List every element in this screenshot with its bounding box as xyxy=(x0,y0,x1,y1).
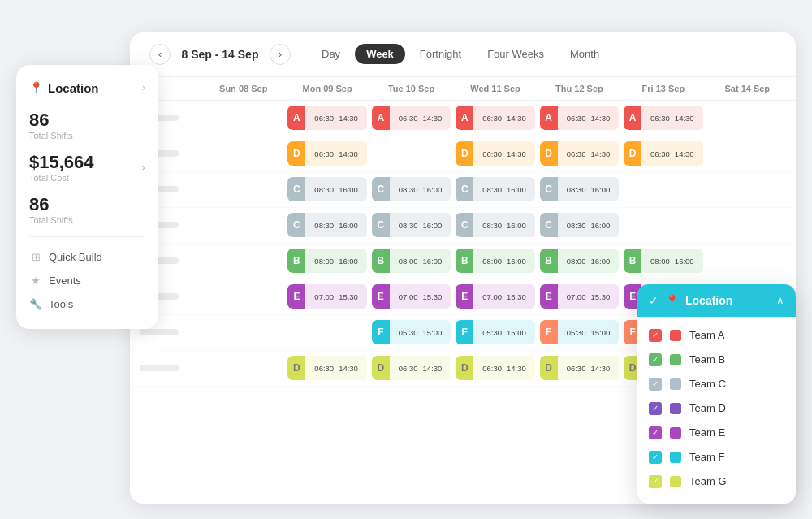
team-color-dot-0 xyxy=(670,330,681,341)
shift-cell xyxy=(201,259,285,262)
shift-cell[interactable]: A 06:3014:30 xyxy=(369,104,453,132)
shift-cell[interactable]: D 06:3014:30 xyxy=(285,140,369,167)
total-cost-label: Total Cost xyxy=(29,173,94,183)
shift-cell[interactable]: E 07:0015:30 xyxy=(538,283,621,310)
shift-cell xyxy=(201,331,285,334)
shift-cell[interactable]: D 06:3014:30 xyxy=(538,354,621,382)
team-checkbox-1[interactable]: ✓ xyxy=(649,353,662,366)
events-item[interactable]: ★ Events xyxy=(29,269,145,292)
shift-cell[interactable]: D 06:3014:30 xyxy=(538,140,621,167)
location-icon: 📍 xyxy=(29,81,43,94)
dropdown-team-item[interactable]: ✓ Team B xyxy=(649,348,784,372)
tab-four-weeks[interactable]: Four Weeks xyxy=(476,44,555,64)
day-header-thu: Thu 12 Sep xyxy=(538,77,621,100)
quick-build-item[interactable]: ⊞ Quick Build xyxy=(29,245,145,269)
dropdown-team-item[interactable]: ✓ Team G xyxy=(649,469,784,494)
shift-cell[interactable]: E 07:0015:30 xyxy=(453,283,537,310)
shift-cell[interactable]: B 08:0016:00 xyxy=(285,247,369,275)
day-headers: Sun 08 Sep Mon 09 Sep Tue 10 Sep Wed 11 … xyxy=(130,77,796,101)
team-label-3: Team D xyxy=(689,402,726,414)
shift-cell[interactable]: C 08:3016:00 xyxy=(285,175,369,203)
day-header-fri: Fri 13 Sep xyxy=(621,77,705,100)
shift-cell[interactable]: A 06:3014:30 xyxy=(621,104,705,132)
scheduler-header: ‹ 8 Sep - 14 Sep › Day Week Fortnight Fo… xyxy=(130,32,796,77)
shift-cell[interactable]: C 08:3016:00 xyxy=(538,211,621,239)
sidebar-stat-3: 86 Total Shifts xyxy=(29,194,145,225)
shift-cell[interactable]: F 05:3015:00 xyxy=(369,318,453,346)
shift-cell[interactable]: C 08:3016:00 xyxy=(285,211,369,239)
dropdown-team-item[interactable]: ✓ Team A xyxy=(649,323,784,348)
shift-cell[interactable]: B 08:0016:00 xyxy=(369,247,453,275)
tools-item[interactable]: 🔧 Tools xyxy=(29,292,145,316)
tab-fortnight[interactable]: Fortnight xyxy=(408,44,473,64)
shift-cell xyxy=(621,223,705,227)
team-checkbox-5[interactable]: ✓ xyxy=(649,451,662,464)
sidebar-card: 📍 Location › 86 Total Shifts $15,664 Tot… xyxy=(16,65,158,329)
view-tabs: Day Week Fortnight Four Weeks Month xyxy=(310,44,611,64)
shift-cell[interactable]: F 05:3015:00 xyxy=(453,318,537,346)
team-checkbox-6[interactable]: ✓ xyxy=(649,475,662,488)
shift-cell[interactable]: D 06:3014:30 xyxy=(285,354,369,382)
shift-cell[interactable]: A 06:3014:30 xyxy=(538,104,621,132)
tools-label: Tools xyxy=(49,298,73,310)
dropdown-body: ✓ Team A ✓ Team B ✓ Team C ✓ Team D ✓ Te… xyxy=(637,317,796,504)
tab-day[interactable]: Day xyxy=(310,44,352,64)
shift-cell[interactable]: B 08:0016:00 xyxy=(453,247,537,275)
shift-cell xyxy=(706,259,789,262)
team-color-dot-4 xyxy=(670,427,681,439)
team-label-2: Team C xyxy=(689,378,726,390)
shift-cell[interactable]: D 06:3014:30 xyxy=(453,354,537,382)
team-checkbox-0[interactable]: ✓ xyxy=(649,329,662,342)
shift-cell[interactable]: A 06:3014:30 xyxy=(285,104,369,132)
shift-cell[interactable]: C 08:3016:00 xyxy=(538,175,621,203)
sidebar-location[interactable]: 📍 Location › xyxy=(29,81,145,95)
events-label: Events xyxy=(49,275,81,287)
dropdown-header[interactable]: ✓ 📍 Location ∧ xyxy=(637,284,796,317)
shift-cell[interactable]: D 06:3014:30 xyxy=(621,140,705,167)
shift-cell xyxy=(201,188,285,191)
shift-cell[interactable]: A 06:3014:30 xyxy=(453,104,537,132)
location-label: Location xyxy=(48,81,99,95)
shift-cell xyxy=(706,223,789,227)
dropdown-team-item[interactable]: ✓ Team F xyxy=(649,445,784,469)
dropdown-team-item[interactable]: ✓ Team C xyxy=(649,372,784,396)
team-checkbox-2[interactable]: ✓ xyxy=(649,378,662,391)
prev-button[interactable]: ‹ xyxy=(149,44,171,65)
shift-cell[interactable]: F 05:3015:00 xyxy=(538,318,621,346)
shift-cell[interactable]: C 08:3016:00 xyxy=(453,175,537,203)
shift-cell[interactable]: C 08:3016:00 xyxy=(369,211,453,239)
team-label-5: Team F xyxy=(689,451,724,463)
dropdown-header-left: ✓ 📍 Location xyxy=(649,294,732,307)
team-label-0: Team A xyxy=(689,329,724,341)
tab-week[interactable]: Week xyxy=(355,44,405,64)
shift-cell xyxy=(201,366,285,370)
next-button[interactable]: › xyxy=(270,44,291,65)
sidebar-stat-2[interactable]: $15,664 Total Cost › xyxy=(29,152,145,183)
team-color-dot-1 xyxy=(670,354,681,365)
day-header-wed: Wed 11 Sep xyxy=(453,77,537,100)
tools-icon: 🔧 xyxy=(29,298,42,310)
team-checkbox-3[interactable]: ✓ xyxy=(649,402,662,415)
shift-cell[interactable]: B 08:0016:00 xyxy=(538,247,621,275)
quick-build-icon: ⊞ xyxy=(29,251,42,263)
shift-cell[interactable]: C 08:3016:00 xyxy=(453,211,537,239)
dropdown-team-item[interactable]: ✓ Team D xyxy=(649,396,784,421)
shift-cell xyxy=(201,295,285,298)
shift-cell[interactable]: D 06:3014:30 xyxy=(453,140,537,167)
dropdown-location-label: Location xyxy=(685,294,732,307)
total-cost-value: $15,664 xyxy=(29,152,94,173)
team-color-dot-2 xyxy=(670,378,681,390)
dropdown-team-item[interactable]: ✓ Team E xyxy=(649,421,784,445)
team-color-dot-6 xyxy=(670,476,681,487)
team-checkbox-4[interactable]: ✓ xyxy=(649,426,662,439)
shift-cell[interactable]: C 08:3016:00 xyxy=(369,175,453,203)
tab-month[interactable]: Month xyxy=(559,44,611,64)
shift-cell[interactable]: D 06:3014:30 xyxy=(369,354,453,382)
shift-cell xyxy=(621,188,705,191)
team-color-dot-5 xyxy=(670,452,681,463)
shift-cell[interactable]: B 08:0016:00 xyxy=(621,247,705,275)
sidebar-stat-1: 86 Total Shifts xyxy=(29,110,145,141)
row-label xyxy=(136,361,201,374)
shift-cell[interactable]: E 07:0015:30 xyxy=(369,283,453,310)
shift-cell[interactable]: E 07:0015:30 xyxy=(285,283,369,310)
